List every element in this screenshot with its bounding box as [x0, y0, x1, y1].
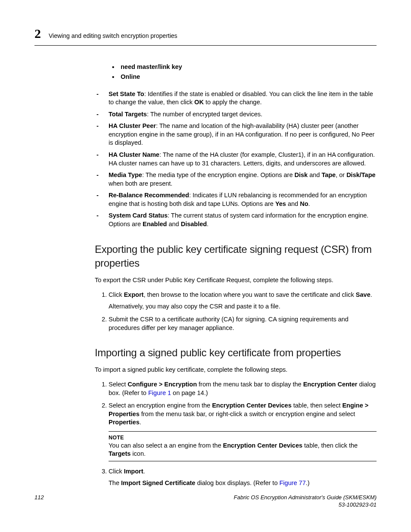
note-block: NOTE You can also select a an engine fro… — [109, 431, 377, 461]
chapter-title: Viewing and editing switch encryption pr… — [49, 32, 177, 40]
dash-total-targets: Total Targets: The number of encrypted t… — [95, 110, 377, 119]
page-header: 2 Viewing and editing switch encryption … — [34, 25, 377, 46]
ref-figure-1[interactable]: Figure 1 — [148, 389, 171, 396]
step-import-1: Select Configure > Encryption from the m… — [109, 380, 377, 397]
footer-title: Fabric OS Encryption Administrator's Gui… — [234, 494, 377, 501]
step-export-2: Submit the CSR to a certificate authorit… — [109, 315, 377, 332]
step-export-1: Click Export, then browse to the locatio… — [109, 291, 377, 311]
bullet-need-master: need master/link key — [108, 63, 377, 72]
intro-import: To import a signed public key certificat… — [95, 366, 377, 374]
step-import-3: Click Import. The Import Signed Certific… — [109, 467, 377, 488]
page-number: 112 — [34, 494, 44, 509]
dash-list: Set State To: Identifies if the state is… — [95, 90, 377, 229]
chapter-number: 2 — [34, 25, 41, 43]
ref-figure-77[interactable]: Figure 77 — [279, 479, 305, 486]
heading-export-csr: Exporting the public key certificate sig… — [95, 243, 377, 271]
step-import-2: Select an encryption engine from the Enc… — [109, 401, 377, 461]
footer-docnum: 53-1002923-01 — [339, 501, 377, 508]
page-footer: 112 Fabric OS Encryption Administrator's… — [34, 494, 377, 509]
dash-rebalance: Re-Balance Recommended: Indicates if LUN… — [95, 191, 377, 208]
dash-syscard: System Card Status: The current status o… — [95, 212, 377, 228]
bullet-online: Online — [108, 73, 377, 81]
dash-ha-peer: HA Cluster Peer: The name and location o… — [95, 122, 377, 147]
dash-media-type: Media Type: The media type of the encryp… — [95, 171, 377, 188]
sub-bullet-list: need master/link key Online — [108, 63, 377, 81]
note-label: NOTE — [109, 434, 377, 442]
dash-set-state: Set State To: Identifies if the state is… — [95, 90, 377, 107]
heading-import: Importing a signed public key certificat… — [95, 346, 377, 360]
dash-ha-name: HA Cluster Name: The name of the HA clus… — [95, 151, 377, 168]
steps-export: Click Export, then browse to the locatio… — [95, 291, 377, 332]
body-content: need master/link key Online Set State To… — [95, 63, 377, 488]
steps-import: Select Configure > Encryption from the m… — [95, 380, 377, 488]
intro-export: To export the CSR under Public Key Certi… — [95, 276, 377, 285]
